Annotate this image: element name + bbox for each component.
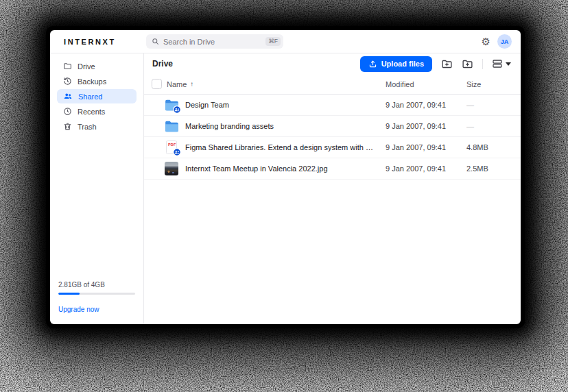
row-icon — [164, 161, 179, 176]
trash-icon — [63, 122, 72, 131]
backup-history-icon — [63, 77, 72, 86]
content: Drive Backups Shared Recents — [50, 53, 521, 324]
page-title: Drive — [152, 59, 173, 69]
file-list: Design Team 9 Jan 2007, 09:41 — Marketin… — [144, 95, 521, 180]
file-size: 4.8MB — [466, 143, 521, 151]
column-header-size[interactable]: Size — [466, 80, 521, 88]
table-row[interactable]: Marketing branding assets 9 Jan 2007, 09… — [144, 116, 521, 137]
search-shortcut-badge: ⌘F — [265, 37, 281, 46]
sidebar-item-trash[interactable]: Trash — [57, 119, 137, 134]
search-icon — [152, 38, 159, 45]
column-header-name[interactable]: Name ↑ — [167, 80, 386, 88]
upgrade-link[interactable]: Upgrade now — [58, 306, 99, 313]
table-header: Name ↑ Modified Size — [144, 74, 521, 95]
row-icon: PDF — [164, 140, 179, 155]
app-window: INTERNXT Search in Drive ⌘F ⚙ JA — [50, 30, 521, 324]
top-bar: INTERNXT Search in Drive ⌘F ⚙ JA — [50, 30, 521, 53]
image-thumbnail — [165, 162, 178, 175]
table-row[interactable]: Design Team 9 Jan 2007, 09:41 — — [144, 95, 521, 116]
select-all-checkbox[interactable] — [152, 79, 162, 89]
sort-ascending-icon: ↑ — [190, 80, 193, 88]
folder-plus-icon — [441, 58, 453, 70]
clock-icon — [63, 107, 72, 116]
file-size: — — [466, 122, 521, 130]
folder-icon — [63, 62, 72, 71]
file-size: — — [466, 101, 521, 109]
main-panel: Drive Upload files — [144, 53, 521, 324]
pdf-label: PDF — [168, 143, 176, 147]
file-modified: 9 Jan 2007, 09:41 — [386, 122, 466, 130]
internxt-logo: INTERNXT — [50, 38, 145, 46]
file-modified: 9 Jan 2007, 09:41 — [386, 164, 466, 173]
list-view-icon — [492, 58, 503, 69]
header-actions: Upload files — [360, 56, 511, 72]
file-name: Design Team — [185, 101, 386, 109]
upload-files-button[interactable]: Upload files — [360, 56, 432, 72]
settings-gear-icon[interactable]: ⚙ — [482, 36, 490, 47]
table-row[interactable]: PDF Figma Shared Libraries. Extend a des… — [144, 137, 521, 158]
chevron-down-icon — [506, 62, 511, 66]
view-toggle-button[interactable] — [492, 58, 511, 69]
sidebar-nav: Drive Backups Shared Recents — [57, 59, 137, 134]
file-modified: 9 Jan 2007, 09:41 — [386, 143, 466, 151]
row-icon — [164, 119, 179, 134]
row-icon — [164, 97, 179, 112]
folder-blue-icon — [165, 121, 179, 132]
column-header-modified[interactable]: Modified — [386, 80, 466, 88]
sidebar-item-label: Recents — [78, 108, 105, 116]
storage-progress-fill — [58, 293, 80, 295]
sidebar-item-label: Drive — [78, 62, 95, 71]
shared-badge-icon — [173, 106, 181, 114]
sidebar-item-shared[interactable]: Shared — [57, 89, 137, 103]
upload-folder-button[interactable] — [441, 58, 453, 70]
shared-badge-icon — [173, 148, 181, 156]
sidebar-item-label: Trash — [78, 123, 97, 131]
actions-divider — [482, 59, 483, 69]
storage-widget: 2.81GB of 4GB Upgrade now — [57, 281, 137, 315]
search-input[interactable]: Search in Drive ⌘F — [146, 34, 283, 49]
top-actions: ⚙ JA — [482, 34, 521, 49]
storage-progress-bar — [58, 293, 135, 295]
folder-plus-icon — [462, 58, 473, 70]
sidebar-item-drive[interactable]: Drive — [57, 59, 137, 73]
shared-people-icon — [63, 92, 73, 101]
file-name: Figma Shared Libraries. Extend a design … — [185, 143, 386, 151]
new-folder-button[interactable] — [462, 58, 473, 70]
file-size: 2.5MB — [466, 164, 521, 173]
sidebar-item-label: Shared — [78, 93, 102, 101]
file-modified: 9 Jan 2007, 09:41 — [386, 101, 466, 109]
stage: INTERNXT Search in Drive ⌘F ⚙ JA — [0, 0, 568, 392]
avatar[interactable]: JA — [497, 34, 512, 49]
file-name: Internxt Team Meetup in Valencia 2022.jp… — [185, 164, 386, 173]
main-header: Drive Upload files — [144, 53, 521, 74]
storage-usage-label: 2.81GB of 4GB — [58, 281, 135, 289]
sidebar-item-backups[interactable]: Backups — [57, 74, 137, 88]
sidebar: Drive Backups Shared Recents — [50, 53, 144, 324]
sidebar-item-label: Backups — [78, 77, 106, 86]
file-name: Marketing branding assets — [185, 122, 386, 130]
sidebar-item-recents[interactable]: Recents — [57, 104, 137, 119]
table-row[interactable]: Internxt Team Meetup in Valencia 2022.jp… — [144, 158, 521, 180]
upload-icon — [368, 60, 377, 69]
search-placeholder: Search in Drive — [163, 38, 265, 46]
upload-files-label: Upload files — [381, 60, 424, 68]
